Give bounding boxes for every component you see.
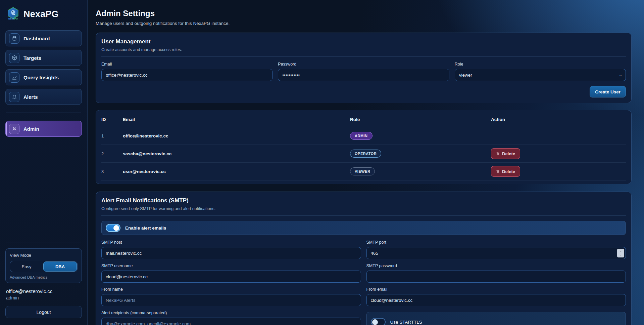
password-label: Password <box>278 62 449 67</box>
use-starttls-label: Use STARTTLS <box>390 320 423 325</box>
col-header-action: Action <box>491 117 626 122</box>
user-id: 3 <box>101 169 123 174</box>
enable-alert-emails-toggle[interactable] <box>106 224 120 232</box>
col-header-email: Email <box>123 117 350 122</box>
col-header-id: ID <box>101 117 123 122</box>
smtp-host-label: SMTP host <box>101 240 361 245</box>
view-mode-box: View Mode Easy DBA Advanced DBA metrics <box>5 248 82 283</box>
sidebar-bottom: View Mode Easy DBA Advanced DBA metrics … <box>5 243 82 318</box>
view-mode-toggle: Easy DBA <box>10 261 78 272</box>
sidebar-nav: Dashboard Targets Query Insights Alerts <box>5 30 82 137</box>
from-email-label: From email <box>366 287 626 292</box>
user-id: 2 <box>101 151 123 156</box>
role-select[interactable]: viewer <box>455 69 626 81</box>
page-title: Admin Settings <box>96 9 632 18</box>
create-user-button[interactable]: Create User <box>590 86 626 97</box>
spinner-down-icon: ⌄ <box>620 253 622 256</box>
sidebar: NexaPG NexaPG Dashboard Targets Query In… <box>0 0 88 325</box>
sidebar-item-dashboard[interactable]: Dashboard <box>5 30 82 46</box>
new-user-email-input[interactable] <box>101 69 273 81</box>
person-icon <box>9 124 19 134</box>
sidebar-item-query-insights[interactable]: Query Insights <box>5 69 82 85</box>
smtp-password-group: SMTP password <box>366 263 626 283</box>
user-email: user@nesterovic.cc <box>123 169 350 174</box>
delete-user-button[interactable]: Delete <box>491 148 520 159</box>
view-mode-easy-button[interactable]: Easy <box>10 261 43 272</box>
delete-user-button[interactable]: Delete <box>491 166 520 177</box>
smtp-title: Alert Email Notifications (SMTP) <box>101 197 626 204</box>
logo-caption: NexaPG <box>8 17 18 20</box>
number-spinner[interactable]: ⌃⌄ <box>617 249 624 257</box>
password-field-group: Password <box>278 62 449 81</box>
smtp-port-input[interactable] <box>366 247 626 259</box>
sidebar-item-label: Alerts <box>23 94 38 100</box>
smtp-username-input[interactable] <box>101 271 361 283</box>
sidebar-item-label: Query Insights <box>23 75 59 80</box>
users-table-card: ID Email Role Action 1 office@nesterovic… <box>96 110 632 184</box>
user-management-title: User Management <box>101 38 626 45</box>
use-starttls-toggle[interactable] <box>371 318 386 325</box>
user-email: office@nesterovic.cc <box>123 133 350 138</box>
role-badge-operator: OPERATOR <box>350 150 381 158</box>
table-row: 3 user@nesterovic.cc VIEWER Delete <box>101 163 626 180</box>
smtp-host-group: SMTP host <box>101 240 361 259</box>
from-name-group: From name <box>101 287 361 306</box>
from-name-input[interactable] <box>101 294 361 306</box>
smtp-host-input[interactable] <box>101 247 361 259</box>
alert-recipients-group: Alert recipients (comma-separated) <box>101 311 361 325</box>
sidebar-item-label: Targets <box>23 55 41 61</box>
enable-alert-emails-box: Enable alert emails <box>101 221 626 235</box>
smtp-password-label: SMTP password <box>366 263 626 268</box>
view-mode-caption: Advanced DBA metrics <box>10 275 78 279</box>
sidebar-divider <box>6 113 81 113</box>
sidebar-item-admin[interactable]: Admin <box>5 121 82 137</box>
logout-button[interactable]: Logout <box>5 306 82 318</box>
role-badge-viewer: VIEWER <box>350 167 375 175</box>
smtp-password-input[interactable] <box>366 271 626 283</box>
sidebar-bottom-divider <box>6 243 81 243</box>
app-logo-row: NexaPG NexaPG <box>6 7 82 22</box>
trash-icon <box>496 152 500 156</box>
from-email-group: From email <box>366 287 626 306</box>
users-table-header: ID Email Role Action <box>101 112 626 127</box>
trash-icon <box>496 169 500 173</box>
role-label: Role <box>455 62 626 67</box>
user-email: sascha@nesterovic.cc <box>123 151 350 156</box>
cube-icon <box>9 53 19 63</box>
current-user-role: admin <box>6 295 82 300</box>
smtp-card: Alert Email Notifications (SMTP) Configu… <box>96 192 632 325</box>
sidebar-item-targets[interactable]: Targets <box>5 50 82 66</box>
smtp-username-label: SMTP username <box>101 263 361 268</box>
view-mode-label: View Mode <box>10 253 78 258</box>
page-subtitle: Manage users and outgoing notifications … <box>96 21 632 26</box>
toggle-knob <box>372 319 378 325</box>
alert-recipients-input[interactable] <box>101 318 361 325</box>
col-header-role: Role <box>350 117 491 122</box>
from-email-input[interactable] <box>366 294 626 306</box>
main-content: Admin Settings Manage users and outgoing… <box>88 0 644 325</box>
new-user-password-input[interactable] <box>278 69 449 81</box>
email-label: Email <box>101 62 273 67</box>
user-id: 1 <box>101 133 123 138</box>
table-row: 1 office@nesterovic.cc ADMIN <box>101 127 626 145</box>
toggle-knob <box>113 225 119 231</box>
role-field-group: Role viewer ⌄ <box>455 62 626 81</box>
alert-recipients-label: Alert recipients (comma-separated) <box>101 311 361 315</box>
sidebar-item-alerts[interactable]: Alerts <box>5 89 82 105</box>
app-title: NexaPG <box>23 9 59 19</box>
divider <box>101 56 626 57</box>
database-icon <box>9 33 19 44</box>
user-management-card: User Management Create accounts and mana… <box>96 33 632 103</box>
sidebar-item-label: Dashboard <box>23 36 50 41</box>
spinner-up-icon: ⌃ <box>620 251 622 253</box>
view-mode-dba-button[interactable]: DBA <box>43 261 77 272</box>
from-name-label: From name <box>101 287 361 292</box>
bell-icon <box>9 92 19 102</box>
nexapg-logo-icon: NexaPG <box>6 7 20 22</box>
sidebar-item-label: Admin <box>23 126 39 132</box>
current-user-email: office@nesterovic.cc <box>6 288 82 294</box>
use-starttls-box: Use STARTTLS <box>366 312 626 325</box>
starttls-group: Use STARTTLS <box>366 311 626 325</box>
email-field-group: Email <box>101 62 273 81</box>
smtp-port-group: SMTP port ⌃⌄ <box>366 240 626 259</box>
